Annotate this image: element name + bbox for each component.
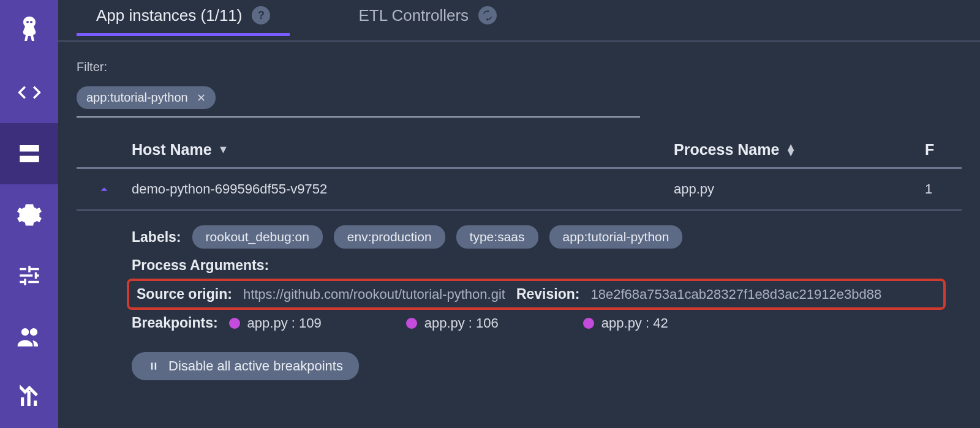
sidebar-item-code[interactable] bbox=[0, 62, 58, 124]
sidebar bbox=[0, 0, 58, 428]
filter-chip-text: app:tutorial-python bbox=[86, 91, 188, 105]
breakpoint-dot-icon bbox=[406, 318, 417, 329]
sort-icon: ▲▼ bbox=[785, 145, 796, 156]
gear-icon bbox=[17, 202, 42, 228]
filter-input[interactable]: app:tutorial-python ✕ bbox=[77, 83, 640, 118]
row-expander[interactable] bbox=[77, 182, 132, 196]
breakpoint-dot-icon bbox=[229, 318, 240, 329]
sidebar-item-analytics[interactable] bbox=[0, 367, 58, 428]
disable-breakpoints-button[interactable]: Disable all active breakpoints bbox=[132, 352, 359, 380]
users-icon bbox=[17, 324, 42, 350]
column-extra[interactable]: F bbox=[925, 141, 962, 159]
cell-extra: 1 bbox=[925, 181, 962, 197]
pause-icon bbox=[148, 360, 160, 372]
table-header: Host Name ▼ Process Name ▲▼ F bbox=[77, 132, 962, 169]
code-icon bbox=[17, 80, 42, 105]
cell-host: demo-python-699596df55-v9752 bbox=[132, 181, 674, 197]
label-pill[interactable]: rookout_debug:on bbox=[192, 225, 323, 249]
sidebar-logo[interactable] bbox=[0, 1, 58, 62]
sliders-icon bbox=[17, 263, 42, 288]
column-host-name[interactable]: Host Name ▼ bbox=[132, 141, 674, 159]
refresh-icon[interactable] bbox=[478, 6, 497, 24]
labels-label: Labels: bbox=[132, 229, 181, 246]
sidebar-item-sliders[interactable] bbox=[0, 245, 58, 306]
sidebar-item-settings[interactable] bbox=[0, 184, 58, 246]
tab-label: ETL Controllers bbox=[358, 6, 469, 25]
breakpoint-item[interactable]: app.py : 42 bbox=[583, 315, 668, 331]
servers-icon bbox=[17, 141, 42, 167]
tabs: App instances (1/11) ? ETL Controllers bbox=[58, 0, 980, 42]
filter-label: Filter: bbox=[77, 60, 962, 74]
revision-label: Revision: bbox=[516, 286, 580, 302]
cell-process: app.py bbox=[674, 181, 925, 197]
close-icon[interactable]: ✕ bbox=[197, 91, 206, 105]
highlighted-source-origin: Source origin: https://github.com/rookou… bbox=[127, 279, 946, 310]
label-pill[interactable]: type:saas bbox=[456, 225, 538, 249]
process-args-label: Process Arguments: bbox=[132, 257, 269, 274]
breakpoint-item[interactable]: app.py : 106 bbox=[406, 315, 499, 331]
label-pill[interactable]: env:production bbox=[334, 225, 445, 249]
chevron-up-icon bbox=[97, 182, 111, 196]
tab-app-instances[interactable]: App instances (1/11) ? bbox=[77, 6, 290, 35]
row-details: Labels: rookout_debug:on env:production … bbox=[77, 211, 962, 380]
sort-desc-icon: ▼ bbox=[218, 143, 229, 156]
source-origin-value: https://github.com/rookout/tutorial-pyth… bbox=[243, 287, 505, 302]
breakpoint-dot-icon bbox=[583, 318, 594, 329]
sidebar-item-users[interactable] bbox=[0, 306, 58, 367]
sidebar-item-servers[interactable] bbox=[0, 123, 58, 184]
tab-etl-controllers[interactable]: ETL Controllers bbox=[339, 6, 516, 35]
help-icon[interactable]: ? bbox=[252, 6, 270, 24]
column-process-name[interactable]: Process Name ▲▼ bbox=[674, 141, 925, 159]
tab-label: App instances (1/11) bbox=[96, 6, 242, 25]
analytics-icon bbox=[17, 385, 42, 410]
revision-value: 18e2f68a753a1cab28327f1e8d3ac21912e3bd88 bbox=[590, 287, 881, 302]
table-row[interactable]: demo-python-699596df55-v9752 app.py 1 bbox=[77, 169, 962, 211]
breakpoint-item[interactable]: app.py : 109 bbox=[229, 315, 322, 331]
filter-chip: app:tutorial-python ✕ bbox=[77, 86, 216, 109]
rookout-logo-icon bbox=[15, 14, 44, 50]
label-pill[interactable]: app:tutorial-python bbox=[549, 225, 683, 249]
breakpoints-label: Breakpoints: bbox=[132, 315, 218, 331]
source-origin-label: Source origin: bbox=[137, 286, 232, 302]
